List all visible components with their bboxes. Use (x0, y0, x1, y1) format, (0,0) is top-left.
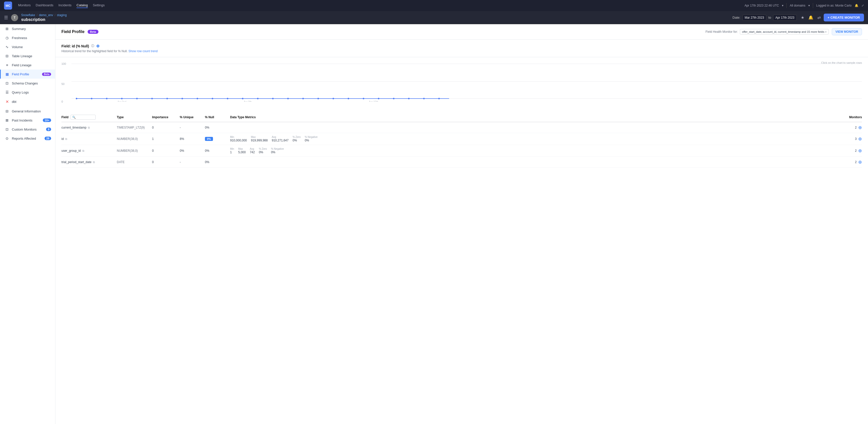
sidebar-label-reports-affected: Reports Affected (12, 137, 36, 140)
cell-type-current-timestamp: TIMESTAMP_LTZ(9) (117, 126, 152, 129)
sidebar-item-reports-affected[interactable]: ⊙ Reports Affected 28 (0, 134, 55, 143)
cell-unique-current-timestamp: - (180, 126, 205, 129)
field-name-label: Field: id (% Null) (61, 44, 89, 48)
sidebar-item-past-incidents[interactable]: ⊠ Past Incidents 10+ (0, 116, 55, 125)
null-value-user-group-id: 0% (205, 149, 209, 152)
svg-text:Apr 2nd: Apr 2nd (117, 101, 126, 102)
nav-incidents[interactable]: Incidents (58, 3, 71, 8)
field-search-input[interactable] (70, 115, 96, 120)
chart-area: 100 50 0 Click on the chart to sample ro… (55, 57, 868, 113)
col-monitors-header: Monitors (837, 115, 862, 119)
svg-point-20 (333, 98, 334, 99)
expand-icon[interactable]: ⤢ (862, 4, 864, 7)
date-from-input[interactable]: Mar 27th 2023 (742, 15, 766, 21)
field-subtitle: Historical trend for the highlighted fie… (61, 49, 862, 53)
show-row-count-link[interactable]: Show row count trend (128, 49, 158, 53)
nav-dashboards[interactable]: Dashboards (36, 3, 53, 8)
nav-settings[interactable]: Settings (93, 3, 105, 8)
volume-icon: ∿ (5, 45, 9, 49)
datetime-chevron[interactable]: ▾ (782, 4, 783, 7)
svg-point-7 (136, 98, 138, 99)
sidebar-label-schema-changes: Schema Changes (12, 81, 38, 85)
cell-metrics-id: Min 910,000,000 Max 919,999,988 Avg 910,… (230, 136, 837, 142)
sidebar-item-custom-monitors[interactable]: ⊡ Custom Monitors 8 (0, 125, 55, 134)
field-name-user-group-id: user_group_id (61, 149, 81, 152)
svg-point-18 (302, 98, 304, 99)
sidebar-item-schema-changes[interactable]: ⊡ Schema Changes (0, 79, 55, 88)
notification-icon[interactable]: 🔔 (855, 4, 859, 7)
svg-point-4 (91, 98, 92, 99)
monitor-fields-dropdown[interactable]: offer_start_date, account_id, current_ti… (740, 29, 829, 34)
date-to-input[interactable]: Apr 17th 2023 (773, 15, 797, 21)
summary-icon: ⊞ (5, 27, 9, 31)
user-display: Logged in as: Monte Carlo (816, 4, 851, 7)
metric-label-neg-ugid: % Negative (271, 147, 284, 150)
cell-null-trial-period: 0% (205, 160, 230, 164)
metric-min-ugid: Min 1 (230, 147, 234, 154)
metric-label-zero-ugid: % Zero (259, 147, 267, 150)
add-monitor-btn-id[interactable]: ⊕ (858, 136, 862, 142)
sidebar-item-summary[interactable]: ⊞ Summary (0, 24, 55, 33)
view-monitor-button[interactable]: VIEW MONITOR (832, 28, 862, 35)
svg-point-3 (76, 98, 77, 99)
create-monitor-button[interactable]: + CREATE MONITOR (824, 13, 864, 22)
star-button[interactable]: ★ (800, 14, 805, 21)
info-icon[interactable]: ⓘ (91, 44, 94, 48)
breadcrumb-demo-env[interactable]: demo_env (39, 13, 53, 17)
domain-chevron[interactable]: ▾ (808, 4, 810, 7)
add-monitor-btn-ugid[interactable]: ⊕ (858, 148, 862, 153)
field-profile-header: Field Profile Beta Field Health Monitor … (55, 24, 868, 39)
svg-point-26 (423, 98, 425, 99)
nav-monitors[interactable]: Monitors (18, 3, 31, 8)
copy-icon-trial-period[interactable]: ⧉ (93, 161, 95, 164)
chart-container[interactable]: Apr 2nd Apr 9th Apr 16th (71, 61, 862, 102)
svg-point-27 (438, 98, 440, 99)
svg-point-10 (182, 98, 183, 99)
date-label: Date: (733, 16, 740, 20)
copy-icon-user-group-id[interactable]: ⧉ (82, 149, 84, 152)
sidebar-item-table-lineage[interactable]: ⊟ Table Lineage (0, 51, 55, 60)
cell-field-current-timestamp: current_timestamp ⧉ (61, 126, 117, 129)
chart-y-0: 0 (61, 100, 63, 103)
null-value-trial-period: 0% (205, 160, 209, 164)
alert-button[interactable]: 🔔 (807, 14, 814, 21)
cell-type-trial-period: DATE (117, 160, 152, 164)
metric-label-zero-id: % Zero (292, 136, 301, 138)
sidebar-item-volume[interactable]: ∿ Volume (0, 43, 55, 51)
svg-point-21 (348, 98, 349, 99)
custom-monitors-badge: 8 (46, 128, 51, 131)
svg-point-16 (272, 98, 274, 99)
cell-null-id[interactable]: 0% (205, 137, 230, 141)
app-logo: MC (4, 1, 12, 9)
sidebar-item-field-lineage[interactable]: ≡ Field Lineage (0, 60, 55, 69)
sidebar-toggle[interactable]: ☰ (4, 15, 8, 21)
svg-point-25 (408, 98, 410, 99)
sidebar-item-field-profile[interactable]: ▦ Field Profile Beta (0, 69, 55, 79)
field-table: Field Type Importance % Unique % Null Da… (55, 113, 868, 168)
cell-unique-trial-period: - (180, 160, 205, 164)
copy-icon-id[interactable]: ⧉ (65, 137, 67, 141)
copy-icon-current-timestamp[interactable]: ⧉ (88, 126, 90, 129)
metric-label-min-ugid: Min (230, 147, 234, 150)
sidebar-item-dbt[interactable]: ✕ dbt (0, 97, 55, 107)
sidebar-item-general-info[interactable]: ⊟ General Information (0, 107, 55, 116)
nav-catalog[interactable]: Catalog (76, 3, 88, 8)
field-col-label: Field (61, 115, 68, 119)
svg-point-23 (378, 98, 379, 99)
breadcrumb-staging[interactable]: staging (57, 13, 67, 17)
top-nav-right: Apr 17th 2023 22:46 UTC ▾ All domains ▾ … (744, 3, 864, 8)
sidebar-item-freshness[interactable]: ◷ Freshness (0, 33, 55, 43)
share-button[interactable]: ⇄ (816, 14, 822, 21)
svg-point-13 (227, 98, 228, 99)
metric-avg-ugid: Avg 742 (250, 147, 255, 154)
field-profile-icon: ▦ (5, 72, 9, 76)
breadcrumb-snowflake[interactable]: Snowflake (21, 13, 35, 17)
metric-zero-id: % Zero 0% (292, 136, 301, 142)
add-monitor-btn-current-timestamp[interactable]: ⊕ (858, 125, 862, 130)
add-monitor-btn-trial-period[interactable]: ⊕ (858, 159, 862, 165)
svg-point-24 (393, 98, 395, 99)
add-field-icon[interactable]: ⊕ (96, 44, 99, 48)
sidebar-item-query-logs[interactable]: ☰ Query Logs (0, 88, 55, 97)
page-title: subscription (21, 18, 67, 22)
cell-unique-id: 8% (180, 137, 205, 141)
